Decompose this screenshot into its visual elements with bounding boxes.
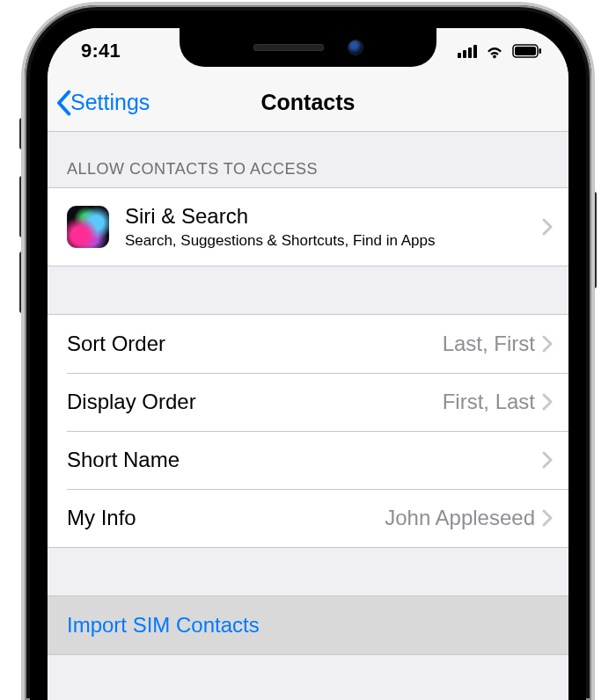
nav-bar: Settings Contacts	[48, 74, 568, 132]
chevron-right-icon	[542, 509, 553, 527]
section-header-access: Allow Contacts to Access	[48, 132, 568, 187]
row-sort-order[interactable]: Sort Order Last, First	[48, 315, 568, 373]
cellular-signal-icon	[458, 44, 477, 58]
row-import-sim-contacts[interactable]: Import SIM Contacts	[48, 596, 568, 654]
row-label: Short Name	[67, 448, 180, 472]
front-camera	[348, 40, 363, 55]
section-spacer	[48, 266, 568, 314]
screen: 9:41	[48, 28, 568, 700]
battery-icon	[512, 44, 542, 58]
table-import: Import SIM Contacts	[48, 595, 568, 655]
chevron-right-icon	[542, 393, 553, 411]
row-display-order[interactable]: Display Order First, Last	[48, 373, 568, 431]
status-time: 9:41	[69, 40, 121, 62]
chevron-right-icon	[542, 451, 553, 469]
row-label: Display Order	[67, 390, 196, 414]
phone-bezel: 9:41	[30, 11, 586, 700]
page-title: Contacts	[261, 90, 356, 115]
chevron-left-icon	[55, 90, 72, 116]
table-access: Siri & Search Search, Suggestions & Shor…	[48, 187, 568, 266]
notch	[180, 28, 436, 67]
row-siri-search[interactable]: Siri & Search Search, Suggestions & Shor…	[48, 188, 568, 266]
row-label: Sort Order	[67, 332, 165, 356]
status-icons	[458, 43, 547, 59]
section-spacer	[48, 548, 568, 595]
siri-title: Siri & Search	[125, 204, 435, 230]
row-value: First, Last	[443, 390, 542, 414]
siri-subtitle: Search, Suggestions & Shortcuts, Find in…	[125, 231, 435, 250]
siri-text-block: Siri & Search Search, Suggestions & Shor…	[125, 204, 435, 250]
back-button[interactable]: Settings	[55, 74, 150, 131]
row-my-info[interactable]: My Info John Appleseed	[48, 489, 568, 547]
earpiece-speaker	[253, 44, 324, 51]
svg-rect-2	[539, 48, 542, 54]
row-value: John Appleseed	[385, 506, 542, 530]
back-label: Settings	[70, 90, 150, 115]
side-power-button[interactable]	[591, 192, 597, 288]
row-short-name[interactable]: Short Name	[48, 431, 568, 489]
import-sim-label: Import SIM Contacts	[67, 613, 260, 638]
table-settings: Sort Order Last, First Display Order Fir…	[48, 314, 568, 548]
wifi-icon	[484, 43, 505, 59]
row-value: Last, First	[443, 332, 542, 356]
siri-icon	[67, 206, 109, 248]
chevron-right-icon	[542, 218, 553, 236]
svg-rect-1	[515, 47, 536, 55]
phone-frame: 9:41	[25, 5, 591, 700]
chevron-right-icon	[542, 335, 553, 353]
row-label: My Info	[67, 506, 136, 530]
